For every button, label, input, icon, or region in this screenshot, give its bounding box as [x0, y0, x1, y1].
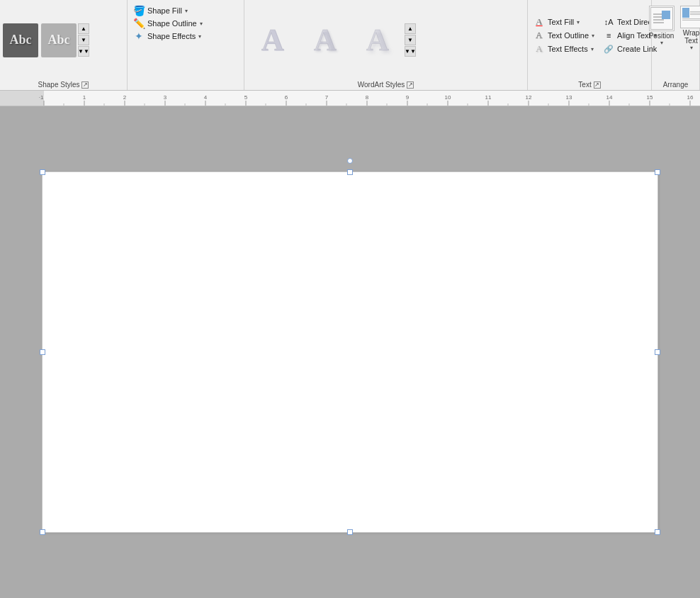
text-group-content: A Text Fill ▾ A Text Outline ▾ A Text Ef… — [531, 4, 648, 89]
text-fill-label: Text Fill — [548, 18, 574, 26]
svg-text:6: 6 — [285, 94, 288, 101]
svg-text:1: 1 — [83, 94, 86, 101]
text-effects-label: Text Effects — [548, 45, 588, 53]
handle-bottom-left[interactable] — [40, 529, 45, 535]
handle-bottom-middle[interactable] — [347, 529, 353, 535]
svg-text:4: 4 — [204, 94, 208, 101]
ruler-svg: ·1 1 2 3 4 5 6 7 8 9 10 11 — [0, 91, 700, 106]
shape-commands-group: 🪣 Shape Fill ▾ ✏️ Shape Outline ▾ ✦ Shap… — [128, 0, 244, 90]
shape-fill-label: Shape Fill — [147, 6, 182, 15]
shape-outline-icon: ✏️ — [133, 18, 145, 29]
text-direction-icon: ↕A — [603, 16, 614, 28]
position-button[interactable]: Position ▾ — [648, 4, 676, 47]
wordart-styles-group: A A A ▲ ▼ ▼▼ WordArt Styles ↗ — [244, 0, 528, 90]
wordart-scroll-expand[interactable]: ▼▼ — [405, 46, 416, 57]
align-text-icon: ≡ — [603, 30, 614, 41]
svg-text:7: 7 — [325, 94, 329, 101]
text-outline-dropdown[interactable]: ▾ — [592, 33, 594, 39]
text-effects-button[interactable]: A Text Effects ▾ — [531, 43, 597, 55]
text-effects-dropdown[interactable]: ▾ — [591, 46, 594, 52]
svg-text:·1: ·1 — [39, 94, 44, 101]
wordart-expand[interactable]: ↗ — [407, 81, 414, 89]
handle-top-middle[interactable] — [347, 169, 353, 175]
shape-fill-button[interactable]: 🪣 Shape Fill ▾ — [130, 4, 241, 17]
handle-bottom-right[interactable] — [655, 529, 660, 535]
svg-text:16: 16 — [687, 94, 694, 101]
svg-rect-0 — [0, 91, 44, 106]
wrap-text-button[interactable]: Wrap Text ▾ — [679, 4, 701, 52]
text-effects-icon: A — [534, 43, 545, 55]
svg-rect-1 — [44, 91, 700, 106]
shape-effects-icon: ✦ — [133, 30, 145, 42]
position-label: Position — [649, 32, 674, 40]
ruler-content: ·1 1 2 3 4 5 6 7 8 9 10 11 — [0, 91, 700, 106]
shape-commands-content: 🪣 Shape Fill ▾ ✏️ Shape Outline ▾ ✦ Shap… — [130, 4, 241, 89]
wordart-scroll: ▲ ▼ ▼▼ — [405, 23, 416, 57]
wordart-styles-label: WordArt Styles ↗ — [244, 81, 527, 89]
arrange-content: Position ▾ Wrap — [648, 4, 701, 65]
canvas-area — [0, 106, 700, 598]
shape-styles-expand[interactable]: ↗ — [81, 81, 89, 89]
text-outline-icon: A — [534, 30, 545, 41]
position-icon — [649, 6, 674, 31]
shape-effects-button[interactable]: ✦ Shape Effects ▾ — [130, 30, 241, 43]
svg-text:8: 8 — [366, 94, 369, 101]
svg-text:12: 12 — [526, 94, 532, 101]
shape-outline-dropdown-arrow[interactable]: ▾ — [200, 21, 203, 27]
wrap-text-dropdown-arrow[interactable]: ▾ — [690, 45, 693, 51]
svg-text:3: 3 — [164, 94, 167, 101]
position-dropdown-arrow[interactable]: ▾ — [660, 40, 663, 46]
shape-styles-group: Abc Abc ▲ ▼ ▼▼ Shape Styles ↗ — [0, 0, 128, 90]
arrange-group: Position ▾ Wrap — [652, 0, 700, 90]
create-link-icon: 🔗 — [603, 43, 614, 55]
shape-outline-label: Shape Outline — [147, 19, 197, 28]
handle-top-right[interactable] — [655, 169, 660, 175]
rotate-handle[interactable] — [347, 158, 353, 164]
text-group-expand[interactable]: ↗ — [594, 81, 601, 89]
wordart-sample-1[interactable]: A — [247, 15, 298, 66]
wordart-content: A A A ▲ ▼ ▼▼ — [247, 4, 524, 89]
ruler: ·1 1 2 3 4 5 6 7 8 9 10 11 — [0, 91, 700, 106]
svg-text:11: 11 — [485, 94, 492, 101]
text-outline-label: Text Outline — [548, 31, 589, 40]
align-text-label: Align Text — [617, 31, 651, 40]
wrap-text-icon — [680, 6, 701, 28]
text-fill-dropdown[interactable]: ▾ — [577, 19, 580, 26]
svg-text:14: 14 — [606, 94, 613, 101]
paint-bucket-icon: 🪣 — [133, 5, 145, 16]
text-group-label: Text ↗ — [528, 81, 651, 89]
arrange-label-text: Arrange — [663, 81, 689, 89]
svg-text:9: 9 — [406, 94, 410, 101]
svg-text:13: 13 — [566, 94, 572, 101]
handle-top-left[interactable] — [40, 169, 45, 175]
svg-text:2: 2 — [123, 94, 127, 101]
wrap-text-label: Wrap Text — [683, 29, 700, 45]
svg-text:10: 10 — [445, 94, 451, 101]
wordart-scroll-down[interactable]: ▼ — [405, 35, 416, 45]
wordart-scroll-up[interactable]: ▲ — [405, 23, 416, 34]
svg-text:5: 5 — [244, 94, 248, 101]
shape-effects-dropdown-arrow[interactable]: ▾ — [198, 33, 201, 40]
ribbon: Abc Abc ▲ ▼ ▼▼ Shape Styles ↗ 🪣 Shape Fi… — [0, 0, 700, 91]
text-fill-icon: A — [534, 16, 545, 28]
svg-text:15: 15 — [647, 94, 653, 101]
text-outline-button[interactable]: A Text Outline ▾ — [531, 29, 597, 42]
wordart-sample-3[interactable]: A — [352, 15, 403, 66]
text-box[interactable] — [42, 171, 658, 533]
text-group: A Text Fill ▾ A Text Outline ▾ A Text Ef… — [528, 0, 652, 90]
wordart-samples: A A A — [247, 15, 403, 66]
handle-middle-left[interactable] — [40, 349, 45, 355]
shape-outline-button[interactable]: ✏️ Shape Outline ▾ — [130, 17, 241, 30]
shape-fill-dropdown-arrow[interactable]: ▾ — [185, 8, 188, 14]
arrange-label: Arrange — [652, 81, 699, 89]
wordart-sample-2[interactable]: A — [300, 15, 351, 66]
handle-middle-right[interactable] — [655, 349, 660, 355]
shape-styles-label: Shape Styles ↗ — [0, 81, 127, 89]
shape-effects-label: Shape Effects — [147, 32, 196, 40]
text-fill-button[interactable]: A Text Fill ▾ — [531, 16, 597, 28]
